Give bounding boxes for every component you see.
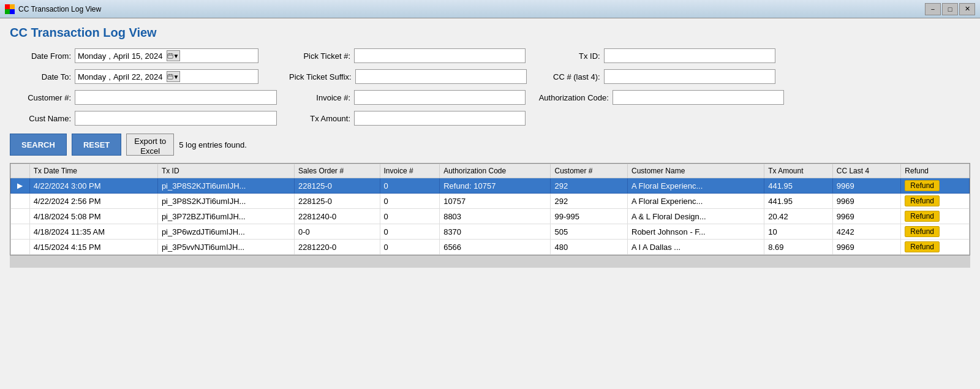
svg-rect-3 xyxy=(10,9,15,14)
col-header-tx-amount[interactable]: Tx Amount xyxy=(764,164,833,178)
middle-form-col: Pick Ticket #: Pick Ticket Suffix: Invoi… xyxy=(289,48,527,129)
date-from-label: Date From: xyxy=(10,51,71,61)
table-row[interactable]: 4/22/2024 2:56 PMpi_3P8S2KJTi6umIJH...22… xyxy=(11,194,970,209)
customer-num-input[interactable] xyxy=(75,90,277,105)
minimize-button[interactable]: − xyxy=(925,3,941,15)
table-row[interactable]: ▶4/22/2024 3:00 PMpi_3P8S2KJTi6umIJH...2… xyxy=(11,178,970,194)
col-header-refund[interactable]: Refund xyxy=(901,164,970,178)
filter-form: Date From: Monday , April 15, 2024 ▼ xyxy=(10,48,970,129)
export-button[interactable]: Export toExcel xyxy=(126,134,174,156)
refund-badge[interactable]: Refund xyxy=(905,180,940,191)
customer-num-row: Customer #: xyxy=(10,90,277,105)
right-form-col: Tx ID: CC # (last 4): Authorization Code… xyxy=(539,48,784,129)
invoice-num-row: Invoice #: xyxy=(289,90,527,105)
col-header-customer-num[interactable]: Customer # xyxy=(551,164,628,178)
results-table-container: Tx Date Time Tx ID Sales Order # Invoice… xyxy=(10,163,970,255)
col-header-cc-last4[interactable]: CC Last 4 xyxy=(832,164,901,178)
cc-last4-row: CC # (last 4): xyxy=(539,69,784,84)
refund-badge[interactable]: Refund xyxy=(905,195,940,206)
title-bar: CC Transaction Log View − □ ✕ xyxy=(0,0,980,18)
col-header-auth-code[interactable]: Authorization Code xyxy=(440,164,551,178)
auth-code-label: Authorization Code: xyxy=(539,93,609,102)
pick-ticket-num-label: Pick Ticket #: xyxy=(289,51,350,61)
table-header-row: Tx Date Time Tx ID Sales Order # Invoice… xyxy=(11,164,970,178)
date-to-month: April xyxy=(113,72,129,81)
col-header-sales-order[interactable]: Sales Order # xyxy=(295,164,380,178)
invoice-num-input[interactable] xyxy=(354,90,526,105)
col-header-arrow xyxy=(11,164,30,178)
window-controls: − □ ✕ xyxy=(925,3,975,15)
cust-name-label: Cust Name: xyxy=(10,114,71,123)
col-header-tx-date-time[interactable]: Tx Date Time xyxy=(29,164,157,178)
tx-amount-row: Tx Amount: xyxy=(289,111,527,126)
date-from-date: 15, 2024 xyxy=(132,51,163,61)
results-table: Tx Date Time Tx ID Sales Order # Invoice… xyxy=(10,164,970,255)
date-from-row: Date From: Monday , April 15, 2024 ▼ xyxy=(10,48,277,63)
date-to-field[interactable]: Monday , April 22, 2024 ▼ xyxy=(75,69,258,84)
pick-ticket-suffix-input[interactable] xyxy=(355,69,527,84)
date-from-field[interactable]: Monday , April 15, 2024 ▼ xyxy=(75,48,258,63)
invoice-num-label: Invoice #: xyxy=(289,93,350,102)
page-title: CC Transaction Log View xyxy=(10,26,970,40)
svg-rect-4 xyxy=(167,54,172,59)
pick-ticket-suffix-row: Pick Ticket Suffix: xyxy=(289,69,527,84)
cc-last4-input[interactable] xyxy=(604,69,775,84)
auth-code-row: Authorization Code: xyxy=(539,90,784,105)
reset-button[interactable]: RESET xyxy=(72,134,121,156)
customer-num-label: Customer #: xyxy=(10,93,71,102)
main-window: CC Transaction Log View Date From: Monda… xyxy=(0,18,980,389)
table-row[interactable]: 4/18/2024 5:08 PMpi_3P72BZJTi6umIJH...22… xyxy=(11,209,970,224)
action-row: SEARCH RESET Export toExcel 5 log entrie… xyxy=(10,134,970,156)
tx-id-input[interactable] xyxy=(604,48,775,63)
date-to-label: Date To: xyxy=(10,72,71,81)
auth-code-input[interactable] xyxy=(612,90,784,105)
table-row[interactable]: 4/15/2024 4:15 PMpi_3P5vvNJTi6umIJH...22… xyxy=(11,240,970,255)
result-count: 5 log entries found. xyxy=(179,140,247,149)
refund-badge[interactable]: Refund xyxy=(905,226,940,237)
pick-ticket-suffix-label: Pick Ticket Suffix: xyxy=(289,72,352,81)
left-form-col: Date From: Monday , April 15, 2024 ▼ xyxy=(10,48,277,129)
maximize-button[interactable]: □ xyxy=(942,3,958,15)
cc-last4-label: CC # (last 4): xyxy=(539,72,600,81)
tx-id-row: Tx ID: xyxy=(539,48,784,63)
col-header-customer-name[interactable]: Customer Name xyxy=(628,164,764,178)
tx-amount-input[interactable] xyxy=(354,111,526,126)
search-button[interactable]: SEARCH xyxy=(10,134,67,156)
cust-name-input[interactable] xyxy=(75,111,277,126)
date-to-date: 22, 2024 xyxy=(132,72,163,81)
date-to-row: Date To: Monday , April 22, 2024 ▼ xyxy=(10,69,277,84)
tx-id-label: Tx ID: xyxy=(539,51,600,61)
date-from-day: Monday xyxy=(78,51,106,61)
svg-rect-8 xyxy=(167,75,172,80)
pick-ticket-num-input[interactable] xyxy=(354,48,526,63)
window-title: CC Transaction Log View xyxy=(18,5,101,13)
col-header-invoice[interactable]: Invoice # xyxy=(380,164,440,178)
svg-rect-2 xyxy=(5,9,10,14)
cust-name-row: Cust Name: xyxy=(10,111,277,126)
table-row[interactable]: 4/18/2024 11:35 AMpi_3P6wzdJTi6umIJH...0… xyxy=(11,224,970,240)
scrollbar-area[interactable] xyxy=(10,255,970,268)
col-header-tx-id[interactable]: Tx ID xyxy=(157,164,294,178)
svg-rect-1 xyxy=(10,4,15,9)
close-button[interactable]: ✕ xyxy=(959,3,975,15)
table-body: ▶4/22/2024 3:00 PMpi_3P8S2KJTi6umIJH...2… xyxy=(11,178,970,255)
refund-badge[interactable]: Refund xyxy=(905,241,940,252)
tx-amount-label: Tx Amount: xyxy=(289,114,350,123)
pick-ticket-num-row: Pick Ticket #: xyxy=(289,48,527,63)
date-from-picker-button[interactable]: ▼ xyxy=(167,50,180,61)
date-to-day: Monday xyxy=(78,72,106,81)
svg-rect-0 xyxy=(5,4,10,9)
app-icon xyxy=(5,4,15,14)
date-from-month: April xyxy=(113,51,129,61)
date-to-picker-button[interactable]: ▼ xyxy=(167,71,180,82)
refund-badge[interactable]: Refund xyxy=(905,211,940,222)
